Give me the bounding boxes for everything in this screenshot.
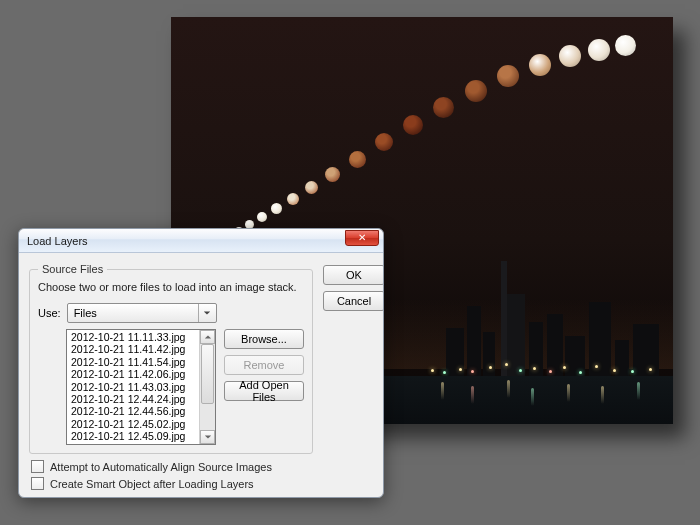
list-item[interactable]: 2012-10-21 12.45.09.jpg: [67, 430, 199, 442]
files-listbox[interactable]: 2012-10-21 11.11.33.jpg2012-10-21 11.41.…: [66, 329, 216, 445]
scroll-down-icon[interactable]: [200, 430, 215, 444]
moon-phase: [433, 97, 454, 118]
moon-phase: [588, 39, 610, 61]
scrollbar[interactable]: [199, 330, 215, 444]
source-files-group: Source Files Choose two or more files to…: [29, 263, 313, 454]
list-item[interactable]: 2012-10-21 12.44.56.jpg: [67, 405, 199, 417]
moon-phase: [375, 133, 393, 151]
moon-phase: [305, 181, 318, 194]
scroll-thumb[interactable]: [201, 344, 214, 404]
hint-text: Choose two or more files to load into an…: [38, 281, 304, 293]
use-select-value: Files: [68, 307, 198, 319]
moon-phase: [465, 80, 487, 102]
close-button[interactable]: ✕: [345, 230, 379, 246]
list-item[interactable]: 2012-10-21 11.41.54.jpg: [67, 356, 199, 368]
ok-button[interactable]: OK: [323, 265, 384, 285]
add-open-files-button[interactable]: Add Open Files: [224, 381, 304, 401]
moon-phase: [529, 54, 551, 76]
remove-button[interactable]: Remove: [224, 355, 304, 375]
list-item[interactable]: 2012-10-21 11.43.03.jpg: [67, 381, 199, 393]
chevron-down-icon: [198, 304, 216, 322]
moon-phase: [403, 115, 423, 135]
list-item[interactable]: 2012-10-21 11.42.06.jpg: [67, 368, 199, 380]
load-layers-dialog: Load Layers ✕ Source Files Choose two or…: [18, 228, 384, 498]
align-checkbox[interactable]: [31, 460, 44, 473]
moon-phase: [257, 212, 267, 222]
smart-object-checkbox-label: Create Smart Object after Loading Layers: [50, 478, 254, 490]
group-legend: Source Files: [38, 263, 107, 275]
list-item[interactable]: 2012-10-21 12.44.24.jpg: [67, 393, 199, 405]
moon-phase: [615, 35, 636, 56]
moon-phase: [325, 167, 340, 182]
moon-phase: [287, 193, 299, 205]
dialog-title: Load Layers: [27, 235, 345, 247]
close-icon: ✕: [358, 232, 366, 243]
use-select[interactable]: Files: [67, 303, 217, 323]
use-label: Use:: [38, 307, 61, 319]
moon-phase: [559, 45, 581, 67]
cancel-button[interactable]: Cancel: [323, 291, 384, 311]
align-checkbox-label: Attempt to Automatically Align Source Im…: [50, 461, 272, 473]
browse-button[interactable]: Browse...: [224, 329, 304, 349]
titlebar[interactable]: Load Layers ✕: [19, 229, 383, 253]
list-item[interactable]: 2012-10-21 11.11.33.jpg: [67, 331, 199, 343]
list-item[interactable]: 2012-10-21 12.45.02.jpg: [67, 418, 199, 430]
moon-phase: [271, 203, 282, 214]
moon-phase: [349, 151, 366, 168]
smart-object-checkbox[interactable]: [31, 477, 44, 490]
moon-phase: [497, 65, 519, 87]
list-item[interactable]: 2012-10-21 11.41.42.jpg: [67, 343, 199, 355]
scroll-up-icon[interactable]: [200, 330, 215, 344]
